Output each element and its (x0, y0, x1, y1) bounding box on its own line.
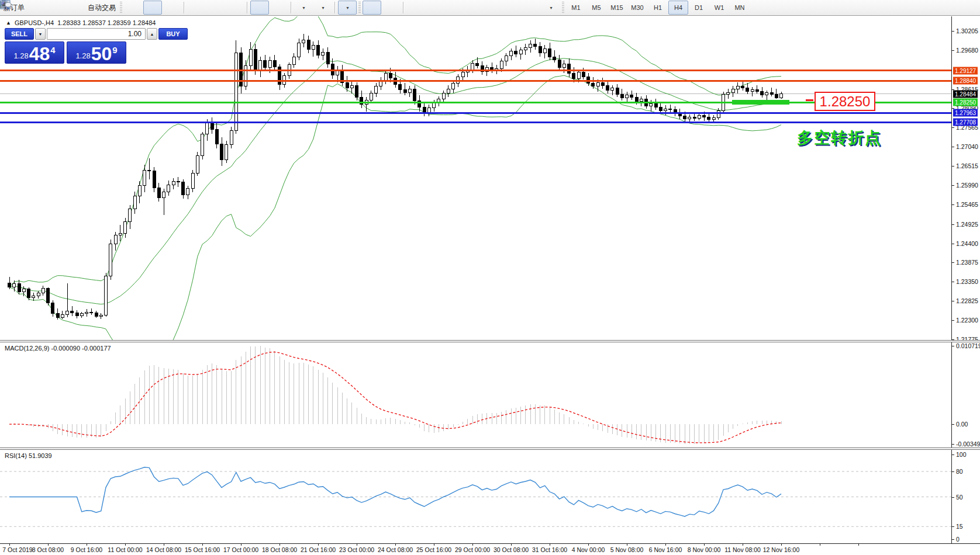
period-button[interactable]: ▾ (313, 1, 332, 15)
candle-body (119, 233, 122, 235)
candle-body (403, 90, 406, 93)
timeframe-mn[interactable]: MN (730, 1, 750, 15)
rsi-axis[interactable]: 1008050150 (951, 450, 980, 543)
sell-price-panel[interactable]: 1.28 48 4 (5, 41, 64, 64)
time-tick (743, 544, 743, 546)
timeframe-m5[interactable]: M5 (586, 1, 606, 15)
candle-body (457, 77, 460, 84)
candle-body (543, 48, 546, 53)
zoom-out-button[interactable] (206, 1, 225, 15)
time-axis[interactable]: 7 Oct 20198 Oct 08:009 Oct 16:0011 Oct 0… (0, 543, 980, 555)
candle-body (191, 173, 194, 188)
cursor-button[interactable] (363, 1, 381, 15)
candlestick-chart-button[interactable] (143, 1, 162, 15)
auto-scroll-button[interactable] (250, 1, 269, 15)
candle-body (712, 117, 715, 120)
macd-min-label-tick (952, 444, 954, 445)
crosshair-button[interactable] (382, 1, 401, 15)
price-tick-tick (952, 31, 954, 32)
text-button[interactable]: A (503, 1, 522, 15)
sell-button[interactable]: SELL (5, 28, 34, 40)
buy-price-panel[interactable]: 1.28 50 9 (67, 41, 126, 64)
time-label: 25 Oct 16:00 (416, 546, 451, 553)
search-button[interactable] (941, 1, 960, 15)
time-label: 5 Nov 08:00 (610, 546, 644, 553)
buy-button[interactable]: BUY (158, 28, 188, 40)
timeframe-m30[interactable]: M30 (627, 1, 647, 15)
vertical-line-button[interactable] (406, 1, 425, 15)
volume-input[interactable] (47, 28, 146, 40)
candle-body (592, 83, 595, 86)
rsi-tick: 100 (956, 451, 967, 458)
chevron-down-icon: ▾ (322, 5, 324, 11)
price-axis[interactable]: 1.302051.296801.286151.280901.275651.270… (951, 16, 980, 340)
timeframe-m15[interactable]: M15 (607, 1, 627, 15)
market-watch-button[interactable] (47, 1, 65, 15)
candle-body (510, 51, 513, 56)
candle-body (736, 86, 739, 89)
fibonacci-button[interactable]: F (484, 1, 502, 15)
price-callout-label[interactable]: 1.28250 (815, 92, 875, 111)
time-tick (820, 544, 820, 546)
candle-body (350, 85, 353, 88)
price-tick-tick (952, 282, 954, 282)
candlestick-chart[interactable] (0, 16, 951, 340)
line-price-tag: 1.29127 (953, 67, 978, 74)
auto-trading-button[interactable]: 自动交易 (85, 1, 118, 15)
volume-increase-button[interactable]: ▲ (147, 28, 157, 40)
highlight-zone[interactable] (732, 100, 789, 105)
timeframe-d1[interactable]: D1 (689, 1, 709, 15)
text-label-button[interactable]: T (522, 1, 541, 15)
tile-windows-button[interactable] (226, 1, 244, 15)
candle-body (505, 56, 508, 61)
chart-shift-button[interactable] (270, 1, 288, 15)
macd-panel[interactable]: MACD(12,26,9) -0.000090 -0.000177 0.0107… (0, 342, 980, 448)
collapse-panel-arrow-icon[interactable]: ▲ (6, 20, 11, 26)
timeframe-h1[interactable]: H1 (648, 1, 668, 15)
indicators-button[interactable]: ▾ (338, 1, 357, 15)
time-label: 4 Nov 00:00 (572, 546, 605, 553)
candle-body (182, 182, 185, 195)
annotation-text[interactable]: 多空转折点 (797, 127, 882, 148)
candle-body (630, 95, 633, 97)
arrows-button[interactable]: ▾ (541, 1, 560, 15)
time-label: 12 Nov 16:00 (763, 546, 799, 553)
candle-body (47, 288, 50, 303)
candle-body (85, 312, 88, 314)
chat-button[interactable] (960, 1, 979, 15)
candle-body (568, 64, 571, 74)
candle-body (577, 72, 580, 78)
alerts-button[interactable] (27, 1, 46, 15)
timeframe-w1[interactable]: W1 (709, 1, 729, 15)
candle-body (558, 60, 561, 68)
signals-button[interactable] (66, 1, 85, 15)
candle-body (746, 88, 749, 91)
timeframe-h4[interactable]: H4 (668, 1, 688, 15)
new-chart-button[interactable]: ▾ (294, 1, 313, 15)
macd-axis[interactable]: 0.0107190.00-0.003492 (951, 342, 980, 448)
candle-body (650, 103, 653, 106)
candle-body (413, 89, 416, 100)
chevron-down-icon: ▾ (346, 5, 348, 11)
equidistant-channel-button[interactable]: E (464, 1, 483, 15)
rsi-panel[interactable]: RSI(14) 51.9039 1008050150 (0, 450, 980, 543)
line-chart-button[interactable] (163, 1, 181, 15)
trendline-button[interactable] (445, 1, 464, 15)
candle-body (27, 289, 30, 297)
candle-body (519, 50, 522, 54)
candle-body (693, 117, 696, 119)
price-tick: 1.23350 (956, 278, 978, 285)
candle-body (659, 107, 662, 111)
candle-body (51, 303, 54, 314)
bar-chart-button[interactable] (124, 1, 143, 15)
horizontal-line-button[interactable] (426, 1, 444, 15)
time-label: 30 Oct 08:00 (494, 546, 529, 553)
timeframe-m1[interactable]: M1 (566, 1, 586, 15)
candle-body (461, 72, 464, 77)
macd-chart (0, 342, 951, 448)
main-chart-pane[interactable]: 1.302051.296801.286151.280901.275651.270… (0, 16, 980, 340)
volume-decrease-button[interactable]: ▼ (35, 28, 46, 40)
zoom-in-button[interactable] (187, 1, 206, 15)
time-tick (9, 544, 10, 546)
candle-body (770, 93, 773, 95)
